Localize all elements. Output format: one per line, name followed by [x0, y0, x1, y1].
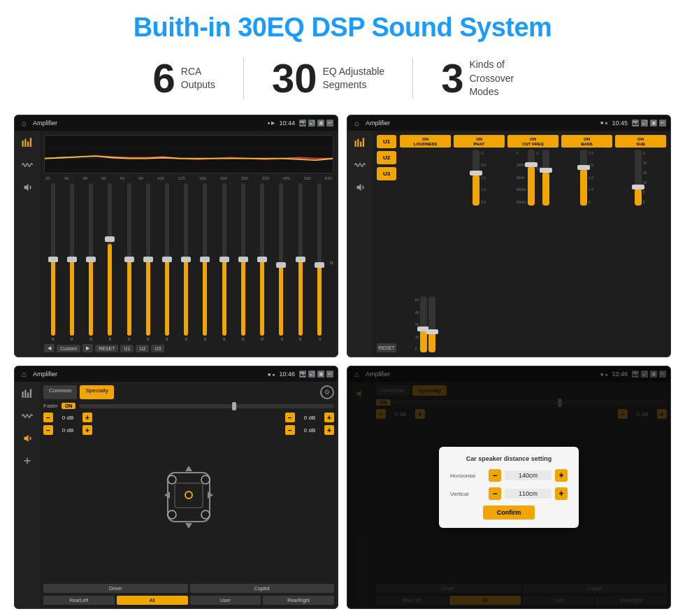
left-vol-controls: − 0 dB + − 0 dB + — [43, 413, 92, 581]
speaker-icon-2[interactable] — [352, 181, 368, 194]
eq-slider-8[interactable]: 0 — [178, 183, 195, 342]
vol-minus-rr[interactable]: − — [285, 425, 295, 435]
horizontal-minus-button[interactable]: − — [489, 469, 501, 482]
eq-slider-9[interactable]: 0 — [196, 183, 214, 342]
back-icon-3[interactable]: ↩ — [326, 371, 333, 378]
reset-button-1[interactable]: RESET — [95, 345, 118, 352]
specialty-tab[interactable]: Specialty — [80, 385, 113, 399]
speaker-icon-3[interactable] — [20, 432, 35, 445]
svg-rect-3 — [30, 138, 31, 147]
svg-rect-19 — [168, 473, 210, 522]
right-vol-controls: − 0 dB + − 0 dB + — [285, 413, 334, 581]
eq-slider-4[interactable]: 5 — [101, 183, 119, 342]
copilot-button[interactable]: Copilot — [190, 584, 335, 593]
camera-icon-3: 📷 — [299, 371, 306, 378]
left-sidebar-1 — [15, 131, 40, 357]
sub-slider[interactable] — [635, 150, 642, 206]
dot-icons-1: ● ▶ — [267, 120, 275, 126]
eq-slider-6[interactable]: 0 — [139, 183, 157, 342]
eq-slider-12[interactable]: 0 — [254, 183, 271, 342]
freq-125: 125 — [178, 176, 185, 180]
volume-icon: 🔊 — [308, 120, 315, 127]
phat-slider[interactable] — [473, 150, 480, 206]
svg-marker-28 — [185, 523, 192, 529]
eq-slider-14[interactable]: 0 — [291, 183, 309, 342]
u1-button-1[interactable]: U1 — [120, 345, 134, 352]
all-button[interactable]: All — [117, 596, 188, 605]
eq-slider-10[interactable]: 0 — [215, 183, 233, 342]
common-tab[interactable]: Common — [43, 385, 77, 399]
app-title-1: Amplifier — [33, 120, 263, 127]
eq-slider-7[interactable]: 0 — [158, 183, 175, 342]
camera-icon: 📷 — [299, 120, 306, 127]
vol-plus-fr[interactable]: + — [324, 413, 334, 422]
back-icon-1[interactable]: ↩ — [326, 120, 333, 127]
vol-plus-fl[interactable]: + — [82, 413, 92, 422]
rearleft-button[interactable]: RearLeft — [43, 596, 115, 605]
vol-control-fl: − 0 dB + — [43, 413, 92, 422]
vol-plus-rr[interactable]: + — [324, 425, 334, 435]
waveform-icon-3[interactable] — [20, 410, 35, 422]
u3-button-1[interactable]: U3 — [151, 345, 164, 352]
vol-plus-rl[interactable]: + — [82, 425, 92, 435]
u2-button-1[interactable]: U2 — [136, 345, 149, 352]
confirm-button[interactable]: Confirm — [483, 506, 535, 520]
u3-preset-button[interactable]: U3 — [377, 167, 396, 180]
home-icon[interactable]: ⌂ — [19, 118, 29, 128]
play-button[interactable]: ▶ — [82, 344, 93, 352]
vertical-plus-button[interactable]: + — [555, 487, 568, 500]
waveform-icon[interactable] — [20, 159, 35, 171]
cutfreq-header: ONCUT FREQ — [507, 135, 558, 148]
eq-slider-11[interactable]: 0 — [234, 183, 252, 342]
eq-slider-13[interactable]: -1 — [273, 183, 290, 342]
back-icon-2[interactable]: ↩ — [659, 120, 666, 127]
vertical-minus-button[interactable]: − — [489, 487, 501, 500]
eq-slider-3[interactable]: 0 — [82, 183, 99, 342]
loudness-slider-2[interactable] — [428, 296, 435, 352]
u2-preset-button[interactable]: U2 — [377, 151, 396, 164]
arrows-icon[interactable] — [20, 454, 35, 467]
svg-marker-13 — [357, 184, 361, 192]
waveform-icon-2[interactable] — [352, 159, 368, 171]
eq-content: 25 32 40 50 63 80 100 125 160 200 250 32… — [40, 131, 338, 357]
eq-slider-15[interactable]: -1 — [310, 183, 328, 342]
home-icon-2[interactable]: ⌂ — [352, 118, 361, 128]
freq-labels: 25 32 40 50 63 80 100 125 160 200 250 32… — [44, 176, 333, 180]
equalizer-icon-2[interactable] — [352, 136, 368, 149]
prev-preset-button[interactable]: ◀ — [44, 344, 55, 352]
equalizer-icon[interactable] — [20, 136, 35, 149]
cutfreq-slider[interactable] — [528, 150, 535, 206]
bass-slider[interactable] — [580, 150, 587, 206]
reset-button-2[interactable]: RESET — [377, 343, 396, 352]
home-icon-3[interactable]: ⌂ — [19, 369, 29, 379]
feature-crossover: 3 Kinds ofCrossover Modes — [413, 58, 560, 99]
u1-preset-button[interactable]: U1 — [377, 135, 396, 148]
vol-minus-fl[interactable]: − — [43, 413, 53, 422]
loudness-slider[interactable] — [420, 296, 427, 352]
eq-slider-2[interactable]: 0 — [63, 183, 80, 342]
speaker-icon[interactable] — [20, 181, 35, 194]
fader-on-badge: ON — [62, 403, 76, 409]
preset-name-label: Custom — [57, 345, 80, 352]
driver-button[interactable]: Driver — [43, 584, 188, 593]
eq-slider-5[interactable]: 0 — [120, 183, 138, 342]
equalizer-icon-3[interactable] — [20, 387, 35, 400]
freq-200: 200 — [220, 176, 227, 180]
user-button[interactable]: User — [190, 596, 261, 605]
freq-160: 160 — [199, 176, 206, 180]
left-sidebar-3 — [15, 382, 40, 608]
fader-slider[interactable] — [79, 404, 334, 408]
expand-arrows-icon: » — [330, 259, 334, 266]
phat-channel: ONPHAT G3.02.11.30.5 — [454, 135, 505, 353]
eq-slider-1[interactable]: 0 — [44, 183, 62, 342]
svg-rect-5 — [45, 136, 333, 173]
horizontal-plus-button[interactable]: + — [555, 469, 568, 482]
vol-minus-fr[interactable]: − — [285, 413, 295, 422]
cutfreq-slider-2[interactable] — [542, 150, 549, 206]
rearright-button[interactable]: RearRight — [263, 596, 334, 605]
svg-rect-0 — [22, 141, 24, 147]
vol-minus-rl[interactable]: − — [43, 425, 53, 435]
svg-rect-2 — [27, 141, 29, 147]
page-wrapper: Buith-in 30EQ DSP Sound System 6 RCAOutp… — [0, 0, 685, 616]
settings-circle-icon[interactable]: ⚙ — [320, 385, 334, 399]
